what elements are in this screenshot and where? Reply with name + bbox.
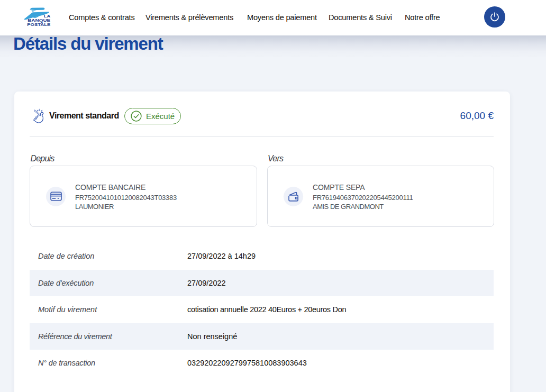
svg-text:POSTALE: POSTALE bbox=[27, 22, 51, 26]
